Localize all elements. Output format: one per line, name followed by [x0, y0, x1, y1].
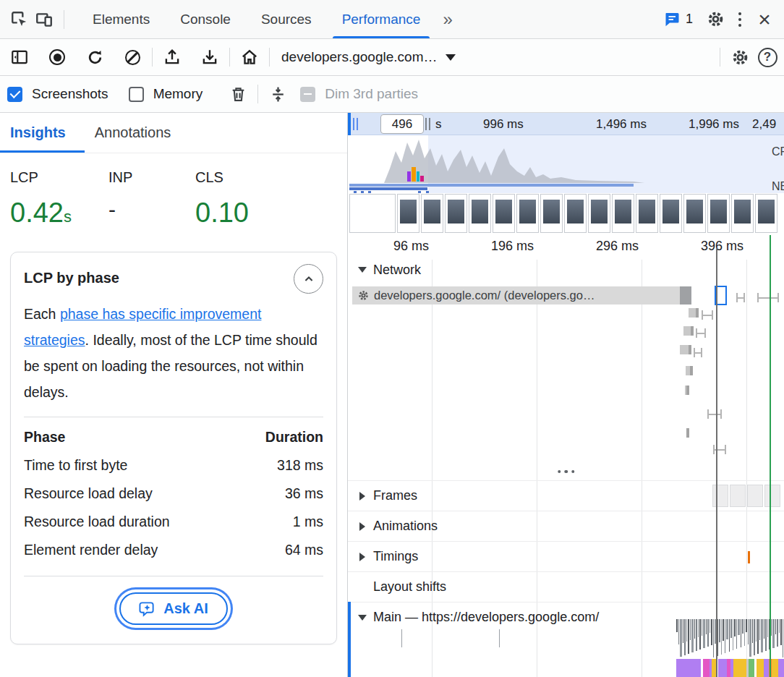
screenshot-filmstrip[interactable]	[348, 193, 784, 234]
filmstrip-thumbnail[interactable]	[755, 194, 777, 233]
filmstrip-thumbnail[interactable]	[421, 194, 443, 233]
timeline-overview[interactable]: 996 ms 1,496 ms 1,996 ms 2,49 496 s	[348, 113, 784, 234]
device-toolbar-icon[interactable]	[32, 7, 56, 32]
track-timings[interactable]: Timings	[348, 541, 784, 571]
activity-breakdown-strip[interactable]	[676, 659, 784, 677]
cpu-painting-speck	[417, 171, 419, 182]
overview-ruler[interactable]: 996 ms 1,496 ms 1,996 ms 2,49 496 s	[348, 113, 784, 135]
network-resize-handle[interactable]	[555, 467, 578, 477]
filmstrip-thumbnail[interactable]	[731, 194, 754, 233]
home-icon[interactable]	[237, 45, 262, 69]
filmstrip-thumbnail[interactable]	[445, 194, 467, 233]
clear-recording-icon[interactable]	[120, 45, 145, 69]
network-waterfall-mark	[702, 310, 713, 320]
network-track-body[interactable]: developers.google.com/ (developers.go…	[348, 280, 784, 480]
tab-annotations[interactable]: Annotations	[85, 113, 190, 153]
kebab-menu-icon[interactable]	[728, 7, 752, 32]
filmstrip-thumbnail[interactable]	[588, 194, 610, 233]
track-animations[interactable]: Animations	[348, 511, 784, 541]
triangle-expanded-icon	[358, 267, 367, 273]
collect-garbage-icon[interactable]	[226, 82, 250, 106]
track-layout-shifts[interactable]: Layout shifts	[348, 571, 784, 602]
panel-tabs: Elements Console Sources Performance	[77, 0, 435, 38]
selection-right-handle[interactable]	[425, 118, 430, 130]
column-duration: Duration	[265, 429, 323, 446]
network-waterfall-mark	[689, 308, 699, 318]
help-icon[interactable]: ?	[752, 45, 777, 69]
filmstrip-thumbnail[interactable]	[707, 194, 730, 233]
task-tick	[401, 629, 402, 647]
tab-performance[interactable]: Performance	[327, 0, 436, 38]
triangle-collapsed-icon	[359, 492, 365, 501]
flame-bar	[761, 619, 763, 652]
table-row: Resource load duration1 ms	[24, 508, 323, 536]
load-profile-icon[interactable]	[160, 45, 184, 69]
track-frames[interactable]: Frames	[348, 480, 784, 511]
tab-elements[interactable]: Elements	[77, 0, 165, 38]
flame-bar	[754, 619, 755, 655]
filmstrip-thumbnail[interactable]	[564, 194, 587, 233]
net-activity-bar	[349, 184, 634, 187]
memory-checkbox[interactable]: Memory	[129, 86, 203, 102]
dim-third-parties-checkbox[interactable]: Dim 3rd parties	[300, 86, 418, 102]
close-icon[interactable]: ×	[752, 7, 777, 32]
filmstrip-thumbnail[interactable]	[660, 194, 682, 233]
phase-name: Element render delay	[24, 542, 158, 558]
flame-bar	[729, 619, 730, 652]
column-phase: Phase	[24, 429, 65, 446]
checkbox-checked-icon[interactable]	[7, 87, 22, 102]
issues-button[interactable]: 1	[663, 11, 693, 28]
network-waterfall-mark	[736, 293, 745, 302]
filmstrip-thumbnail[interactable]	[516, 194, 539, 233]
reload-and-record-icon[interactable]	[82, 45, 107, 69]
main-flame-chart[interactable]	[676, 619, 784, 659]
flame-bar	[734, 619, 736, 636]
collapse-card-button[interactable]	[294, 264, 323, 294]
filmstrip-thumbnail[interactable]	[397, 194, 419, 233]
more-tabs-chevron[interactable]: »	[435, 9, 459, 30]
inspect-element-icon[interactable]	[7, 7, 32, 32]
ruler-tick: 296 ms	[576, 239, 639, 254]
flame-bar	[683, 619, 683, 643]
activity-segment	[733, 659, 746, 677]
toggle-sidebar-icon[interactable]	[7, 45, 32, 69]
save-profile-icon[interactable]	[197, 45, 222, 69]
track-main-label: Main — https://developers.google.com/	[373, 610, 599, 625]
settings-gear-icon[interactable]	[703, 7, 728, 32]
filmstrip-thumbnail[interactable]	[636, 194, 658, 233]
triangle-collapsed-icon	[359, 553, 365, 561]
filmstrip-thumbnail[interactable]	[612, 194, 634, 233]
filmstrip-thumbnail[interactable]	[493, 194, 515, 233]
divider	[229, 48, 230, 67]
lcp-marker	[770, 235, 771, 677]
net-activity-bar	[349, 187, 427, 190]
flame-bar	[748, 619, 749, 644]
screenshots-checkbox[interactable]: Screenshots	[7, 86, 108, 102]
chevron-down-icon	[446, 54, 456, 61]
record-button[interactable]	[45, 45, 69, 69]
ask-ai-button[interactable]: Ask AI	[119, 592, 228, 625]
collapse-sections-icon[interactable]	[265, 82, 290, 106]
overview-cpu-net[interactable]: CP NE	[348, 135, 784, 193]
overview-tick: 1,496 ms	[596, 117, 647, 132]
metric-label: LCP	[10, 169, 108, 186]
tab-console[interactable]: Console	[165, 0, 246, 38]
filmstrip-thumbnail[interactable]	[540, 194, 563, 233]
filmstrip-thumbnail[interactable]	[683, 194, 706, 233]
metric-value: 0.42	[10, 197, 64, 228]
network-request-tail	[680, 286, 691, 305]
description-text: Each	[24, 306, 60, 322]
network-request-chip[interactable]: developers.google.com/ (developers.go…	[352, 286, 680, 305]
tab-insights[interactable]: Insights	[0, 113, 85, 153]
selection-time-box[interactable]: 496	[380, 114, 424, 134]
track-network-header[interactable]: Network	[348, 260, 784, 280]
checkbox-empty-icon[interactable]	[129, 87, 144, 102]
request-gear-icon	[358, 290, 369, 301]
capture-settings-gear-icon[interactable]	[728, 45, 752, 69]
filmstrip-thumbnail[interactable]	[469, 194, 491, 233]
selection-left-edge[interactable]	[348, 113, 351, 135]
filmstrip-blank	[349, 194, 396, 233]
selection-left-handle[interactable]	[353, 118, 358, 130]
page-history-dropdown[interactable]: developers.google.com…	[277, 46, 460, 68]
tab-sources[interactable]: Sources	[246, 0, 327, 38]
